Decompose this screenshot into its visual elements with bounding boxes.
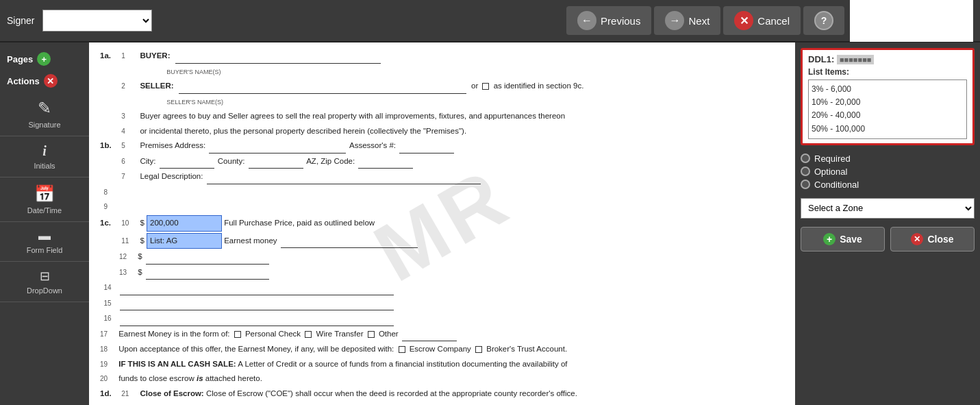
datetime-label: Date/Time: [27, 206, 62, 214]
doc-content: 1a. 1 BUYER: BUYER'S NAME(S) 2 SELLER: o…: [100, 49, 784, 405]
radio-circle-optional: [801, 167, 810, 176]
cb-brokers[interactable]: [475, 346, 482, 353]
sidebar-item-signature[interactable]: ✎ Signature: [0, 92, 89, 136]
doc-line-1d: 1d. 21 Close of Escrow: Close of Escrow …: [100, 387, 784, 401]
doc-line-3: 3 Buyer agrees to buy and Seller agrees …: [100, 110, 784, 123]
dropdown-icon: ⊟: [40, 269, 50, 284]
actions-label: Actions: [7, 76, 40, 86]
radio-group: Required Optional Conditional: [801, 151, 975, 193]
sidebar: Pages + Actions ✕ ✎ Signature i Initials…: [0, 42, 89, 405]
close-button[interactable]: ✕ Close: [890, 227, 975, 251]
actions-section: Actions ✕: [0, 70, 89, 92]
seller-field: [179, 79, 466, 94]
doc-line-20: 20 funds to close escrow is attached her…: [100, 372, 784, 386]
doc-line-7: 7 Legal Description:: [100, 170, 784, 184]
white-box: [850, 0, 973, 42]
next-label: Next: [688, 15, 709, 27]
pages-badge[interactable]: +: [37, 52, 51, 66]
formfield-label: Form Field: [27, 246, 63, 254]
doc-line-18: 18 Upon acceptance of this offer, the Ea…: [100, 343, 784, 356]
document-area: MR 1a. 1 BUYER: BUYER'S NAME(S) 2 SELLER…: [89, 42, 795, 405]
close-icon: ✕: [911, 233, 923, 245]
ddl-title-value: ■■■■■■■: [837, 55, 875, 64]
toolbar-right: ← Previous → Next ✕ Cancel ?: [566, 6, 844, 35]
doc-line-22: 22 Buyer and Seller shall comply with al…: [100, 402, 784, 405]
signature-icon: ✎: [38, 99, 51, 118]
cb-wire-transfer[interactable]: [305, 331, 312, 338]
save-button[interactable]: + Save: [801, 227, 885, 251]
list-items-label: List Items:: [808, 67, 967, 77]
signature-label: Signature: [28, 121, 60, 129]
next-icon: →: [665, 11, 684, 30]
toolbar: Signer ← Previous → Next ✕ Cancel ?: [0, 0, 980, 42]
list-item: 50% - 100,000: [812, 123, 964, 136]
seller-checkbox[interactable]: [482, 83, 489, 90]
cb-escrow[interactable]: [399, 346, 405, 353]
sidebar-item-formfield[interactable]: ▬ Form Field: [0, 222, 89, 262]
main-layout: Pages + Actions ✕ ✎ Signature i Initials…: [0, 42, 980, 405]
radio-label-required: Required: [814, 154, 851, 164]
cancel-icon: ✕: [734, 11, 753, 30]
doc-line-1c: 1c. 10 $ 200,000 Full Purchase Price, pa…: [100, 215, 784, 232]
doc-line-11: 11 $ List: AG Earnest money: [100, 233, 784, 249]
doc-line-19: 19 IF THIS IS AN ALL CASH SALE: A Letter…: [100, 358, 784, 371]
ddl-list-area[interactable]: 3% - 6,000 10% - 20,000 20% - 40,000 50%…: [808, 79, 967, 139]
list-item: 10% - 20,000: [812, 96, 964, 109]
sidebar-item-dropdown[interactable]: ⊟ DropDown: [0, 262, 89, 302]
cancel-button[interactable]: ✕ Cancel: [723, 6, 801, 35]
previous-button[interactable]: ← Previous: [566, 6, 651, 35]
radio-label-optional: Optional: [814, 167, 847, 177]
datetime-icon: 📅: [34, 184, 55, 204]
pages-section: Pages +: [0, 48, 89, 70]
radio-circle-conditional: [801, 180, 810, 189]
cb-other[interactable]: [368, 331, 375, 338]
radio-label-conditional: Conditional: [814, 180, 859, 190]
radio-required[interactable]: Required: [801, 154, 975, 164]
signer-select[interactable]: [42, 10, 152, 32]
help-icon: ?: [814, 11, 833, 30]
doc-line-17: 17 Earnest Money is in the form of: Pers…: [100, 328, 784, 342]
doc-line-4: 4 or incidental thereto, plus the person…: [100, 125, 784, 138]
earnest-money-field[interactable]: List: AG: [147, 233, 222, 249]
section-1a: 1a.: [100, 49, 119, 63]
doc-line-1b: 1b. 5 Premises Address: Assessor's #:: [100, 139, 784, 154]
radio-conditional[interactable]: Conditional: [801, 180, 975, 190]
ddl-box: DDL1: ■■■■■■■ List Items: 3% - 6,000 10%…: [801, 48, 975, 145]
help-button[interactable]: ?: [803, 6, 844, 35]
radio-optional[interactable]: Optional: [801, 167, 975, 177]
right-panel: DDL1: ■■■■■■■ List Items: 3% - 6,000 10%…: [795, 42, 980, 405]
close-label: Close: [927, 234, 953, 245]
pages-label: Pages: [7, 54, 33, 64]
dropdown-label: DropDown: [27, 286, 62, 295]
save-label: Save: [840, 234, 862, 245]
save-icon: +: [823, 233, 835, 245]
zone-select[interactable]: Select a Zone: [801, 198, 975, 219]
doc-line-1a: 1a. 1 BUYER:: [100, 49, 784, 64]
radio-circle-required: [801, 154, 810, 163]
sidebar-item-datetime[interactable]: 📅 Date/Time: [0, 177, 89, 222]
list-item: 3% - 6,000: [812, 83, 964, 96]
doc-line-2: 2 SELLER: or as identified in section 9c…: [100, 79, 784, 94]
initials-label: Initials: [34, 162, 55, 170]
cancel-label: Cancel: [757, 15, 790, 27]
sidebar-item-initials[interactable]: i Initials: [0, 136, 89, 177]
list-item: 20% - 40,000: [812, 109, 964, 122]
initials-icon: i: [42, 143, 47, 159]
prev-label: Previous: [601, 15, 640, 27]
actions-badge[interactable]: ✕: [44, 74, 58, 88]
purchase-price-field[interactable]: 200,000: [147, 215, 222, 232]
ddl-title: DDL1: ■■■■■■■: [808, 54, 967, 64]
panel-buttons: + Save ✕ Close: [801, 227, 975, 251]
formfield-icon: ▬: [38, 229, 51, 243]
cb-personal-check[interactable]: [234, 331, 241, 338]
doc-line-6: 6 City: County: AZ, Zip Code:: [100, 155, 784, 169]
prev-icon: ←: [577, 11, 596, 30]
signer-label: Signer: [7, 15, 34, 26]
buyer-field: [175, 49, 381, 64]
next-button[interactable]: → Next: [654, 6, 720, 35]
